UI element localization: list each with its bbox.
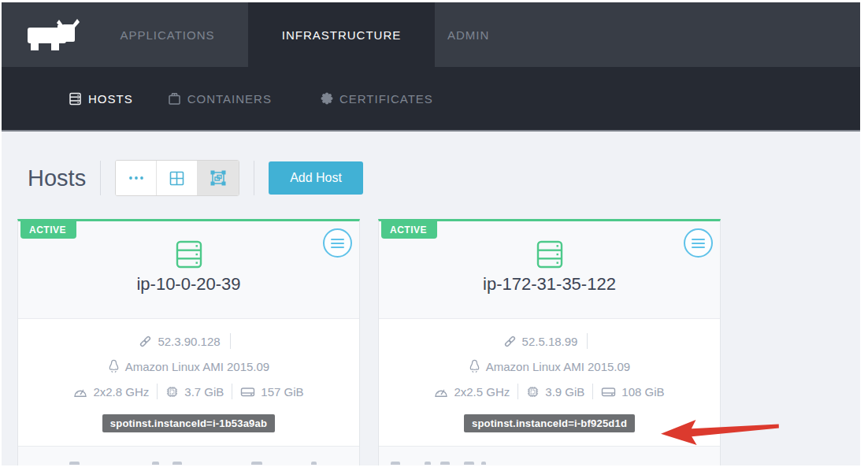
host-ip-row: 52.3.90.128 <box>18 328 359 354</box>
host-menu-button[interactable] <box>323 228 352 258</box>
view-grid-button[interactable] <box>157 161 198 195</box>
host-disk: 108 GiB <box>621 385 664 399</box>
view-list-button[interactable] <box>116 161 157 195</box>
memory-chip-icon <box>526 385 540 399</box>
dots-icon <box>128 176 144 180</box>
disk-icon <box>601 386 616 398</box>
subtab-certificates[interactable]: CERTIFICATES <box>321 92 433 106</box>
top-nav: APPLICATIONS INFRASTRUCTURE ADMIN <box>2 2 860 67</box>
toolbar-divider <box>100 161 101 195</box>
divider <box>587 333 588 349</box>
status-badge: ACTIVE <box>20 221 76 239</box>
host-info: 52.5.18.99 Amazon Linux AMI 2015.09 <box>379 319 720 404</box>
rancher-logo[interactable] <box>2 2 87 67</box>
host-specs-row: 2x2.8 GHz 3.7 GiB <box>18 379 359 404</box>
host-card-header: ACTIVE ip-172-31- <box>379 221 720 319</box>
link-icon <box>139 335 152 348</box>
host-name[interactable]: ip-172-31-35-122 <box>379 274 720 295</box>
host-menu-button[interactable] <box>684 228 713 258</box>
host-server-icon <box>174 239 204 269</box>
main-content: Hosts <box>2 132 860 465</box>
host-cpu: 2x2.5 GHz <box>454 385 510 399</box>
toolbar-divider <box>254 161 254 195</box>
host-server-icon <box>535 239 565 269</box>
red-arrow-annotation <box>658 414 781 448</box>
add-host-button[interactable]: Add Host <box>269 161 363 195</box>
container-box-icon <box>168 92 181 106</box>
grid-icon <box>169 171 184 186</box>
host-memory: 3.7 GiB <box>184 385 224 399</box>
linux-tux-icon <box>108 359 120 373</box>
divider <box>230 333 231 349</box>
status-badge: ACTIVE <box>381 221 437 239</box>
hosts-toolbar: Hosts <box>2 132 860 198</box>
subtab-hosts-label: HOSTS <box>88 92 133 106</box>
host-os-row: Amazon Linux AMI 2015.09 <box>379 354 720 379</box>
divider <box>517 384 518 399</box>
host-memory: 3.9 GiB <box>545 385 584 399</box>
divider <box>232 384 232 399</box>
host-disk: 157 GiB <box>261 385 303 399</box>
linux-tux-icon <box>469 359 480 373</box>
subtab-containers-label: CONTAINERS <box>187 92 272 106</box>
host-ip: 52.3.90.128 <box>158 335 220 348</box>
topology-icon <box>210 170 226 186</box>
divider <box>157 384 158 399</box>
tab-admin[interactable]: ADMIN <box>435 2 529 67</box>
host-label-badge: spotinst.instanceId=i-bf925d1d <box>464 414 635 432</box>
host-os: Amazon Linux AMI 2015.09 <box>125 360 269 373</box>
view-topology-button[interactable] <box>198 161 239 195</box>
subtab-containers[interactable]: CONTAINERS <box>168 92 272 106</box>
host-specs-row: 2x2.5 GHz 3.9 GiB <box>379 379 720 404</box>
host-name[interactable]: ip-10-0-20-39 <box>18 274 359 295</box>
subtab-certificates-label: CERTIFICATES <box>339 92 433 106</box>
cpu-gauge-icon <box>434 386 448 398</box>
host-card-header: ACTIVE ip-10-0-20 <box>18 221 359 319</box>
host-card: ACTIVE ip-10-0-20 <box>17 219 360 465</box>
memory-chip-icon <box>165 385 179 399</box>
tab-applications[interactable]: APPLICATIONS <box>87 2 248 67</box>
seal-icon <box>321 92 333 105</box>
host-card-list: ACTIVE ip-10-0-20 <box>17 219 739 465</box>
link-icon <box>503 335 517 348</box>
host-label-row: spotinst.instanceId=i-1b53a9ab <box>18 414 359 433</box>
host-ip: 52.5.18.99 <box>522 335 578 348</box>
host-os: Amazon Linux AMI 2015.09 <box>486 360 630 373</box>
host-card-footer <box>379 446 720 465</box>
server-icon <box>69 92 82 106</box>
view-mode-group <box>115 160 239 196</box>
divider <box>592 384 593 399</box>
app-window: APPLICATIONS INFRASTRUCTURE ADMIN HOSTS <box>2 2 860 465</box>
page-title: Hosts <box>28 165 86 191</box>
cpu-gauge-icon <box>73 386 87 398</box>
host-info: 52.3.90.128 Amazon Linux AMI 2015.09 <box>18 319 359 404</box>
host-card-footer <box>18 446 359 465</box>
host-label-badge: spotinst.instanceId=i-1b53a9ab <box>102 414 275 432</box>
disk-icon <box>240 386 255 398</box>
host-cpu: 2x2.8 GHz <box>93 385 149 399</box>
rancher-cow-icon <box>25 17 83 53</box>
host-ip-row: 52.5.18.99 <box>379 328 720 354</box>
tab-infrastructure[interactable]: INFRASTRUCTURE <box>248 2 435 67</box>
subtab-hosts[interactable]: HOSTS <box>69 92 133 106</box>
host-os-row: Amazon Linux AMI 2015.09 <box>18 354 359 379</box>
sub-nav: HOSTS CONTAINERS <box>2 67 860 132</box>
